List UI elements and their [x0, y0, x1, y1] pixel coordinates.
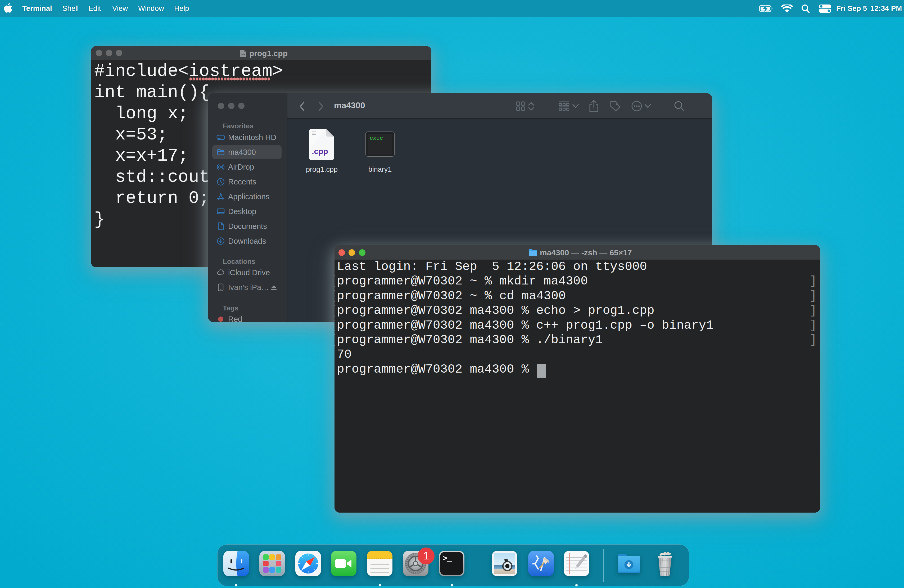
svg-text:exec: exec [370, 135, 383, 141]
svg-text:c++: c++ [241, 53, 245, 56]
svg-text:.cpp: .cpp [312, 147, 328, 156]
svg-text:>_: >_ [443, 554, 452, 563]
